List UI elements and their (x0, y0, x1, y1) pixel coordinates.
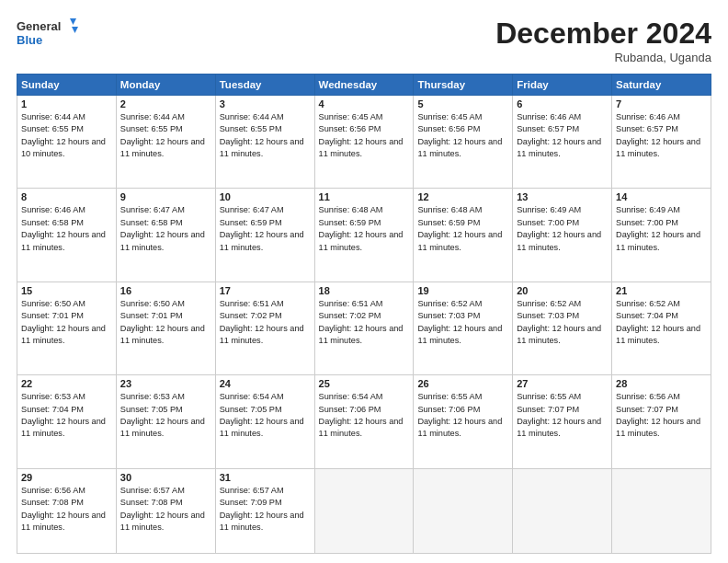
cell-info: Sunrise: 6:55 AM Sunset: 7:07 PM Dayligh… (517, 391, 608, 440)
table-cell: 26 Sunrise: 6:55 AM Sunset: 7:06 PM Dayl… (414, 375, 513, 468)
cell-info: Sunrise: 6:54 AM Sunset: 7:06 PM Dayligh… (319, 391, 410, 440)
svg-text:Blue: Blue (17, 33, 42, 47)
day-number: 17 (220, 285, 311, 296)
col-wednesday: Wednesday (314, 75, 414, 96)
cell-info: Sunrise: 6:50 AM Sunset: 7:01 PM Dayligh… (120, 298, 211, 347)
day-number: 19 (417, 285, 508, 296)
table-cell: 24 Sunrise: 6:54 AM Sunset: 7:05 PM Dayl… (215, 375, 314, 468)
cell-info: Sunrise: 6:52 AM Sunset: 7:03 PM Dayligh… (517, 298, 608, 347)
table-cell: 31 Sunrise: 6:57 AM Sunset: 7:09 PM Dayl… (215, 468, 314, 553)
cell-info: Sunrise: 6:56 AM Sunset: 7:07 PM Dayligh… (616, 391, 707, 440)
page: General Blue December 2024 Rubanda, Ugan… (0, 0, 728, 563)
day-number: 29 (21, 472, 112, 483)
location: Rubanda, Uganda (495, 51, 711, 64)
table-cell: 7 Sunrise: 6:46 AM Sunset: 6:57 PM Dayli… (612, 96, 711, 189)
table-cell: 27 Sunrise: 6:55 AM Sunset: 7:07 PM Dayl… (513, 375, 612, 468)
title-block: December 2024 Rubanda, Uganda (495, 17, 711, 64)
day-number: 9 (120, 191, 211, 202)
day-number: 5 (417, 98, 508, 109)
day-number: 16 (120, 285, 211, 296)
table-cell: 23 Sunrise: 6:53 AM Sunset: 7:05 PM Dayl… (116, 375, 215, 468)
cell-info: Sunrise: 6:48 AM Sunset: 6:59 PM Dayligh… (417, 204, 508, 253)
day-number: 30 (120, 472, 211, 483)
day-number: 10 (220, 191, 311, 202)
day-number: 24 (220, 378, 311, 389)
cell-info: Sunrise: 6:54 AM Sunset: 7:05 PM Dayligh… (220, 391, 311, 440)
day-number: 23 (120, 378, 211, 389)
table-cell: 21 Sunrise: 6:52 AM Sunset: 7:04 PM Dayl… (612, 282, 711, 374)
table-cell: 22 Sunrise: 6:53 AM Sunset: 7:04 PM Dayl… (17, 375, 117, 468)
day-number: 1 (21, 98, 112, 109)
table-cell: 29 Sunrise: 6:56 AM Sunset: 7:08 PM Dayl… (17, 468, 117, 553)
table-cell: 8 Sunrise: 6:46 AM Sunset: 6:58 PM Dayli… (17, 189, 117, 282)
cell-info: Sunrise: 6:55 AM Sunset: 7:06 PM Dayligh… (417, 391, 508, 440)
day-number: 28 (616, 378, 707, 389)
day-number: 26 (417, 378, 508, 389)
table-cell: 19 Sunrise: 6:52 AM Sunset: 7:03 PM Dayl… (414, 282, 513, 374)
month-title: December 2024 (495, 17, 711, 51)
cell-info: Sunrise: 6:53 AM Sunset: 7:05 PM Dayligh… (120, 391, 211, 440)
table-cell: 25 Sunrise: 6:54 AM Sunset: 7:06 PM Dayl… (314, 375, 414, 468)
col-tuesday: Tuesday (215, 75, 314, 96)
table-cell: 9 Sunrise: 6:47 AM Sunset: 6:58 PM Dayli… (116, 189, 215, 282)
table-cell: 2 Sunrise: 6:44 AM Sunset: 6:55 PM Dayli… (116, 96, 215, 189)
cell-info: Sunrise: 6:52 AM Sunset: 7:03 PM Dayligh… (417, 298, 508, 347)
cell-info: Sunrise: 6:45 AM Sunset: 6:56 PM Dayligh… (417, 111, 508, 160)
day-number: 11 (319, 191, 410, 202)
day-number: 3 (220, 98, 311, 109)
calendar: Sunday Monday Tuesday Wednesday Thursday… (17, 74, 711, 554)
cell-info: Sunrise: 6:52 AM Sunset: 7:04 PM Dayligh… (616, 298, 707, 347)
table-cell: 6 Sunrise: 6:46 AM Sunset: 6:57 PM Dayli… (513, 96, 612, 189)
cell-info: Sunrise: 6:47 AM Sunset: 6:58 PM Dayligh… (120, 204, 211, 253)
day-number: 12 (417, 191, 508, 202)
cell-info: Sunrise: 6:49 AM Sunset: 7:00 PM Dayligh… (517, 204, 608, 253)
cell-info: Sunrise: 6:53 AM Sunset: 7:04 PM Dayligh… (21, 391, 112, 440)
cell-info: Sunrise: 6:44 AM Sunset: 6:55 PM Dayligh… (21, 111, 112, 160)
cell-info: Sunrise: 6:51 AM Sunset: 7:02 PM Dayligh… (220, 298, 311, 347)
cell-info: Sunrise: 6:57 AM Sunset: 7:09 PM Dayligh… (220, 485, 311, 534)
svg-text:General: General (17, 19, 61, 33)
col-monday: Monday (116, 75, 215, 96)
table-cell (513, 468, 612, 553)
day-number: 4 (319, 98, 410, 109)
table-cell: 4 Sunrise: 6:45 AM Sunset: 6:56 PM Dayli… (314, 96, 414, 189)
day-number: 31 (220, 472, 311, 483)
col-friday: Friday (513, 75, 612, 96)
cell-info: Sunrise: 6:57 AM Sunset: 7:08 PM Dayligh… (120, 485, 211, 534)
cell-info: Sunrise: 6:48 AM Sunset: 6:59 PM Dayligh… (319, 204, 410, 253)
cell-info: Sunrise: 6:51 AM Sunset: 7:02 PM Dayligh… (319, 298, 410, 347)
col-thursday: Thursday (414, 75, 513, 96)
table-cell: 16 Sunrise: 6:50 AM Sunset: 7:01 PM Dayl… (116, 282, 215, 374)
cell-info: Sunrise: 6:50 AM Sunset: 7:01 PM Dayligh… (21, 298, 112, 347)
cell-info: Sunrise: 6:45 AM Sunset: 6:56 PM Dayligh… (319, 111, 410, 160)
table-cell: 14 Sunrise: 6:49 AM Sunset: 7:00 PM Dayl… (612, 189, 711, 282)
cell-info: Sunrise: 6:47 AM Sunset: 6:59 PM Dayligh… (220, 204, 311, 253)
day-number: 13 (517, 191, 608, 202)
cell-info: Sunrise: 6:46 AM Sunset: 6:57 PM Dayligh… (517, 111, 608, 160)
cell-info: Sunrise: 6:44 AM Sunset: 6:55 PM Dayligh… (220, 111, 311, 160)
table-cell: 13 Sunrise: 6:49 AM Sunset: 7:00 PM Dayl… (513, 189, 612, 282)
table-cell (414, 468, 513, 553)
cell-info: Sunrise: 6:44 AM Sunset: 6:55 PM Dayligh… (120, 111, 211, 160)
col-sunday: Sunday (17, 75, 117, 96)
day-number: 18 (319, 285, 410, 296)
cell-info: Sunrise: 6:49 AM Sunset: 7:00 PM Dayligh… (616, 204, 707, 253)
table-cell: 18 Sunrise: 6:51 AM Sunset: 7:02 PM Dayl… (314, 282, 414, 374)
cell-info: Sunrise: 6:46 AM Sunset: 6:58 PM Dayligh… (21, 204, 112, 253)
cell-info: Sunrise: 6:46 AM Sunset: 6:57 PM Dayligh… (616, 111, 707, 160)
table-cell: 11 Sunrise: 6:48 AM Sunset: 6:59 PM Dayl… (314, 189, 414, 282)
logo: General Blue (17, 17, 81, 50)
day-number: 27 (517, 378, 608, 389)
table-cell: 3 Sunrise: 6:44 AM Sunset: 6:55 PM Dayli… (215, 96, 314, 189)
table-cell: 5 Sunrise: 6:45 AM Sunset: 6:56 PM Dayli… (414, 96, 513, 189)
table-cell: 20 Sunrise: 6:52 AM Sunset: 7:03 PM Dayl… (513, 282, 612, 374)
day-number: 22 (21, 378, 112, 389)
day-number: 6 (517, 98, 608, 109)
cell-info: Sunrise: 6:56 AM Sunset: 7:08 PM Dayligh… (21, 485, 112, 534)
table-cell: 1 Sunrise: 6:44 AM Sunset: 6:55 PM Dayli… (17, 96, 117, 189)
table-cell: 30 Sunrise: 6:57 AM Sunset: 7:08 PM Dayl… (116, 468, 215, 553)
table-cell: 12 Sunrise: 6:48 AM Sunset: 6:59 PM Dayl… (414, 189, 513, 282)
header: General Blue December 2024 Rubanda, Ugan… (17, 17, 711, 64)
day-number: 8 (21, 191, 112, 202)
logo-svg: General Blue (17, 17, 81, 50)
